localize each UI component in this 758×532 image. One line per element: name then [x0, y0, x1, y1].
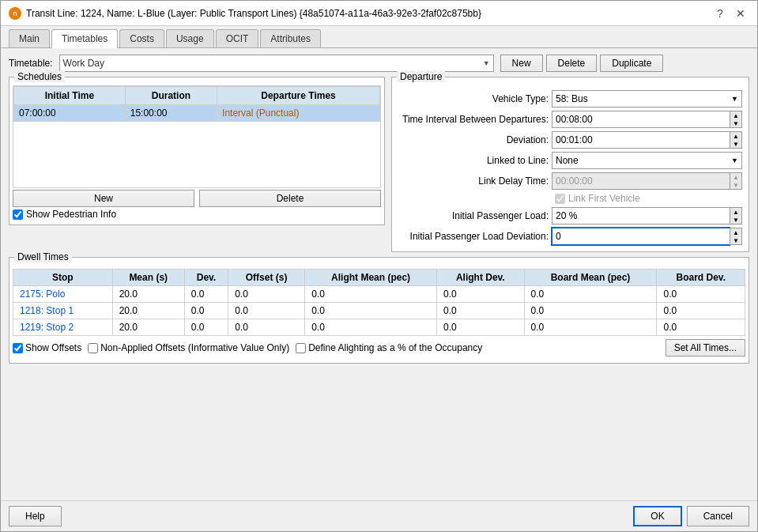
title-bar-right: ? ✕ — [711, 5, 749, 22]
initial-passenger-load-label: Initial Passenger Load: — [398, 210, 549, 221]
tab-usage[interactable]: Usage — [166, 29, 214, 47]
schedules-panel: Schedules Initial Time Duration Departur… — [9, 77, 385, 252]
define-alighting-checkbox[interactable] — [296, 343, 306, 353]
time-interval-spinner: ▲ ▼ — [552, 111, 742, 128]
tab-ocit[interactable]: OCIT — [216, 29, 259, 47]
dwell-times-group: Dwell Times Stop Mean (s) Dev. Offset (s… — [9, 257, 749, 364]
cell-departure-times: Interval (Punctual) — [217, 105, 380, 122]
tab-costs[interactable]: Costs — [119, 29, 164, 47]
tab-attributes[interactable]: Attributes — [260, 29, 321, 47]
initial-passenger-load-input[interactable] — [552, 207, 730, 224]
dwell-alight-dev-2: 0.0 — [437, 319, 524, 336]
time-interval-input[interactable] — [552, 111, 730, 128]
new-schedule-button[interactable]: New — [13, 190, 194, 207]
set-all-times-button[interactable]: Set All Times... — [666, 339, 745, 357]
table-row[interactable]: 07:00:00 15:00:00 Interval (Punctual) — [14, 105, 380, 122]
deviation-down[interactable]: ▼ — [730, 140, 741, 148]
initial-passenger-load-spinner-btns: ▲ ▼ — [730, 207, 742, 224]
time-interval-row: Time Interval Between Departures: ▲ ▼ — [398, 111, 742, 128]
define-alighting-item: Define Alighting as a % of the Occupancy — [296, 342, 482, 353]
col-initial-time: Initial Time — [14, 87, 126, 105]
dwell-alight-dev-0: 0.0 — [437, 286, 524, 303]
timetable-row: Timetable: Work Day ▼ New Delete Duplica… — [9, 55, 749, 72]
vehicle-type-arrow: ▼ — [731, 95, 738, 103]
cancel-button[interactable]: Cancel — [687, 506, 749, 526]
close-button[interactable]: ✕ — [732, 5, 749, 22]
initial-passenger-load-dev-input[interactable] — [552, 228, 730, 245]
show-pedestrian-checkbox[interactable] — [13, 209, 23, 220]
initial-passenger-load-down[interactable]: ▼ — [730, 216, 741, 224]
non-applied-offsets-item: Non-Applied Offsets (Informative Value O… — [88, 342, 289, 353]
dwell-alight-mean-1: 0.0 — [305, 303, 437, 319]
link-delay-input[interactable] — [552, 172, 730, 190]
dwell-mean-1: 20.0 — [112, 303, 184, 319]
delete-timetable-button[interactable]: Delete — [546, 55, 598, 72]
initial-passenger-load-dev-up[interactable]: ▲ — [730, 228, 741, 236]
define-alighting-label[interactable]: Define Alighting as a % of the Occupancy — [308, 342, 482, 353]
footer-right-buttons: OK Cancel — [633, 506, 749, 526]
schedule-table-area[interactable]: Initial Time Duration Departure Times 07… — [13, 85, 381, 188]
deviation-label: Deviation: — [398, 134, 549, 145]
dwell-col-alight-mean: Alight Mean (pec) — [305, 270, 437, 286]
cell-initial-time: 07:00:00 — [14, 105, 126, 122]
duplicate-timetable-button[interactable]: Duplicate — [600, 55, 663, 72]
show-pedestrian-label[interactable]: Show Pedestrian Info — [26, 209, 116, 220]
dwell-offset-0: 0.0 — [228, 286, 305, 303]
show-offsets-checkbox[interactable] — [13, 343, 23, 353]
help-footer-button[interactable]: Help — [9, 506, 62, 526]
delete-schedule-button[interactable]: Delete — [199, 190, 381, 207]
dwell-mean-2: 20.0 — [112, 319, 184, 336]
show-offsets-label[interactable]: Show Offsets — [25, 342, 81, 353]
window-title: Transit Line: 1224, Name: L-Blue (Layer:… — [26, 8, 481, 19]
dwell-col-dev: Dev. — [184, 270, 228, 286]
link-delay-row: Link Delay Time: ▲ ▼ — [398, 172, 742, 190]
initial-passenger-load-dev-label: Initial Passenger Load Deviation: — [398, 231, 549, 242]
dwell-alight-dev-1: 0.0 — [437, 303, 524, 319]
dwell-board-dev-2: 0.0 — [657, 319, 745, 336]
link-delay-up[interactable]: ▲ — [730, 173, 741, 181]
timetable-combo[interactable]: Work Day ▼ — [59, 55, 494, 72]
cell-duration: 15:00:00 — [125, 105, 217, 122]
help-button[interactable]: ? — [711, 5, 729, 22]
schedules-title: Schedules — [14, 71, 65, 82]
table-row[interactable]: 1219: Stop 2 20.0 0.0 0.0 0.0 0.0 0.0 0.… — [13, 319, 745, 336]
initial-passenger-load-dev-down[interactable]: ▼ — [730, 236, 741, 244]
time-interval-spinner-btns: ▲ ▼ — [730, 111, 742, 128]
dwell-board-mean-2: 0.0 — [524, 319, 657, 336]
non-applied-offsets-checkbox[interactable] — [88, 343, 98, 353]
main-content-row: Schedules Initial Time Duration Departur… — [9, 77, 749, 252]
initial-passenger-load-row: Initial Passenger Load: ▲ ▼ — [398, 207, 742, 224]
deviation-row: Deviation: ▲ ▼ — [398, 131, 742, 149]
tab-timetables[interactable]: Timetables — [51, 29, 118, 48]
dwell-alight-mean-2: 0.0 — [305, 319, 437, 336]
time-interval-up[interactable]: ▲ — [730, 111, 741, 119]
deviation-up[interactable]: ▲ — [730, 132, 741, 140]
dwell-stop-1: 1218: Stop 1 — [13, 303, 113, 319]
ok-button[interactable]: OK — [633, 506, 681, 526]
tab-main[interactable]: Main — [9, 29, 50, 47]
table-row[interactable]: 1218: Stop 1 20.0 0.0 0.0 0.0 0.0 0.0 0.… — [13, 303, 745, 319]
main-window: n Transit Line: 1224, Name: L-Blue (Laye… — [0, 0, 758, 532]
linked-to-line-label: Linked to Line: — [398, 155, 549, 166]
dwell-board-mean-0: 0.0 — [524, 286, 657, 303]
table-row[interactable]: 2175: Polo 20.0 0.0 0.0 0.0 0.0 0.0 0.0 — [13, 286, 745, 303]
link-first-vehicle-label: Link First Vehicle — [568, 193, 640, 204]
initial-passenger-load-dev-row: Initial Passenger Load Deviation: ▲ ▼ — [398, 228, 742, 245]
link-first-vehicle-checkbox — [555, 194, 565, 204]
vehicle-type-select[interactable]: 58: Bus ▼ — [552, 90, 742, 108]
col-departure-times: Departure Times — [217, 87, 380, 105]
dwell-col-alight-dev: Alight Dev. — [437, 270, 524, 286]
new-timetable-button[interactable]: New — [500, 55, 543, 72]
linked-to-line-row: Linked to Line: None ▼ — [398, 152, 742, 169]
linked-to-line-select[interactable]: None ▼ — [552, 152, 742, 169]
non-applied-offsets-label[interactable]: Non-Applied Offsets (Informative Value O… — [100, 342, 289, 353]
time-interval-label: Time Interval Between Departures: — [398, 114, 549, 125]
time-interval-down[interactable]: ▼ — [730, 119, 741, 127]
deviation-input[interactable] — [552, 131, 730, 149]
initial-passenger-load-up[interactable]: ▲ — [730, 208, 741, 216]
schedules-table: Initial Time Duration Departure Times 07… — [13, 86, 380, 122]
dwell-times-title: Dwell Times — [14, 251, 72, 262]
app-icon: n — [9, 7, 21, 20]
link-delay-down[interactable]: ▼ — [730, 181, 741, 189]
show-pedestrian-row: Show Pedestrian Info — [13, 207, 381, 221]
